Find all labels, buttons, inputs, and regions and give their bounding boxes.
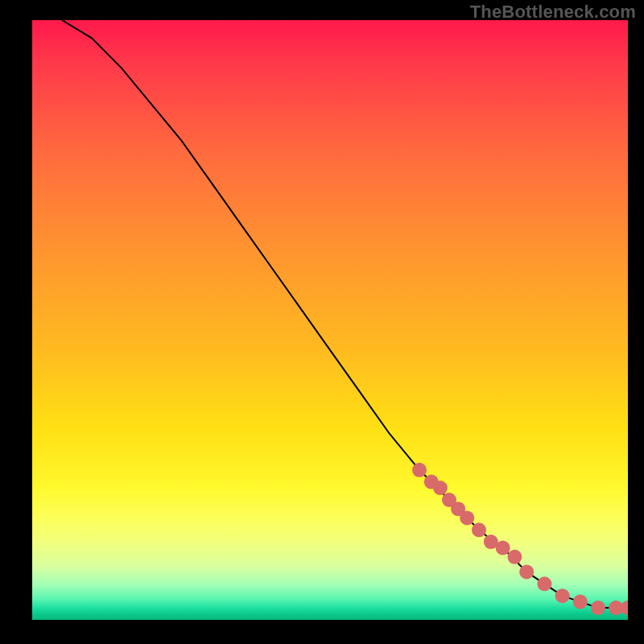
marker-point — [621, 601, 628, 615]
highlight-markers — [412, 463, 628, 615]
chart-svg — [32, 20, 628, 620]
bottleneck-curve — [62, 20, 628, 608]
marker-point — [573, 595, 588, 609]
plot-area — [32, 20, 628, 620]
marker-point — [472, 522, 486, 537]
marker-point — [519, 564, 534, 579]
watermark-text: TheBottleneck.com — [470, 2, 636, 23]
marker-point — [537, 576, 551, 591]
marker-point — [507, 550, 522, 564]
marker-point — [496, 541, 510, 555]
marker-point — [555, 588, 570, 603]
marker-point — [412, 463, 427, 477]
chart-frame: TheBottleneck.com — [0, 0, 644, 644]
marker-point — [460, 510, 474, 525]
marker-point — [591, 601, 605, 615]
marker-point — [433, 481, 448, 495]
